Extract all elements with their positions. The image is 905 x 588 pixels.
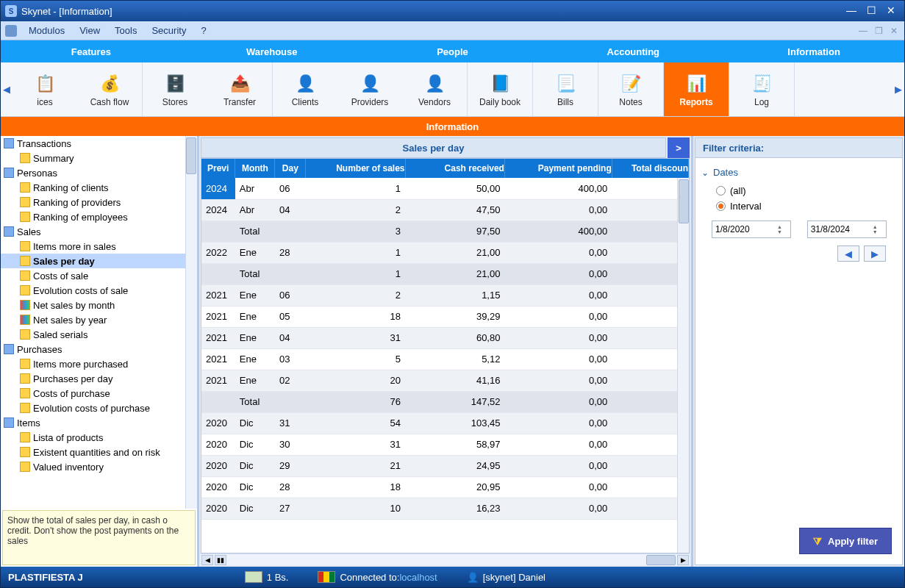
tree-sales[interactable]: Sales: [1, 224, 197, 239]
tree-ranking-of-employees[interactable]: Ranking of employees: [1, 209, 197, 224]
table-row[interactable]: 2024Abr06150,00400,00: [201, 178, 689, 199]
tree-transactions[interactable]: Transactions: [1, 136, 197, 151]
tree-valued-inventory[interactable]: Valued inventory: [1, 459, 197, 474]
user-icon: 👤: [467, 572, 479, 583]
menu-security[interactable]: Security: [144, 22, 193, 39]
notes-icon: 📝: [619, 72, 643, 96]
ribbon-scroll-left[interactable]: ◀: [1, 62, 12, 116]
table-row[interactable]: 2021Ene051839,290,00: [201, 306, 689, 327]
table-row[interactable]: 2021Ene0355,120,00: [201, 348, 689, 370]
ribbon-daily-book[interactable]: 📘Daily book: [468, 62, 532, 116]
tree-items[interactable]: Items: [1, 415, 197, 430]
radio-interval[interactable]: Interval: [716, 201, 896, 212]
mdi-minimize-icon[interactable]: —: [856, 26, 870, 36]
tree-scrollbar[interactable]: [185, 136, 197, 509]
ribbon-notes[interactable]: 📝Notes: [598, 62, 663, 116]
table-row[interactable]: 2021Ene022041,160,00: [201, 370, 689, 391]
col-month[interactable]: Month: [235, 159, 275, 178]
col-payment-pending[interactable]: Payment pending: [504, 159, 612, 178]
tree-personas[interactable]: Personas: [1, 165, 197, 180]
app-menu-icon[interactable]: [5, 25, 17, 37]
date-to-input[interactable]: 31/8/2024▲▼: [807, 220, 887, 238]
ribbon-bills[interactable]: 📃Bills: [533, 62, 598, 116]
table-row[interactable]: 2020Dic271016,230,00: [201, 498, 689, 519]
ribbon-log[interactable]: 🧾Log: [729, 62, 794, 116]
ribbon-reports[interactable]: 📊Reports: [664, 62, 729, 116]
hscroll-left[interactable]: ◀: [201, 555, 213, 565]
table-row[interactable]: Total121,000,00: [201, 263, 689, 284]
tab-accounting[interactable]: Accounting: [543, 40, 723, 62]
ribbon-scroll-right[interactable]: ▶: [893, 62, 904, 116]
ribbon-clients[interactable]: 👤Clients: [273, 62, 337, 116]
ribbon-providers[interactable]: 👤Providers: [337, 62, 402, 116]
table-row[interactable]: 2021Ene0621,150,00: [201, 284, 689, 306]
minimize-button[interactable]: —: [843, 4, 860, 18]
menu-view[interactable]: View: [72, 22, 107, 39]
tree-items-more-in-sales[interactable]: Items more in sales: [1, 239, 197, 254]
table-row[interactable]: 2020Dic3154103,450,00: [201, 412, 689, 434]
tab-information[interactable]: Information: [723, 40, 904, 62]
hscroll-right[interactable]: ▶: [677, 555, 689, 565]
mdi-close-icon[interactable]: ✕: [888, 26, 900, 36]
menu-tools[interactable]: Tools: [107, 22, 144, 39]
ribbon-transfer[interactable]: 📤Transfer: [207, 62, 272, 116]
tree-lista-of-products[interactable]: Lista of products: [1, 430, 197, 445]
transfer-icon: 📤: [228, 72, 251, 96]
col-number-of-sales[interactable]: Number of sales: [306, 159, 405, 178]
table-row[interactable]: Total397,50400,00: [201, 220, 689, 242]
tree-ranking-of-providers[interactable]: Ranking of providers: [1, 195, 197, 209]
mdi-restore-icon[interactable]: ❐: [873, 26, 885, 36]
report-tree[interactable]: TransactionsSummaryPersonasRanking of cl…: [1, 136, 197, 509]
ribbon-vendors[interactable]: 👤Vendors: [402, 62, 467, 116]
col-day[interactable]: Day: [275, 159, 306, 178]
date-from-input[interactable]: 1/8/2020▲▼: [712, 220, 791, 238]
ribbon-cash-flow[interactable]: 💰Cash flow: [77, 62, 142, 116]
stores-icon: 🗄️: [163, 72, 187, 96]
apply-filter-button[interactable]: ⧩Apply filter: [799, 528, 892, 554]
status-conn-host[interactable]: localhost: [399, 572, 437, 583]
tree-net-sales-by-month[interactable]: Net sales by month: [1, 298, 197, 312]
tree-saled-serials[interactable]: Saled serials: [1, 327, 197, 342]
table-row[interactable]: 2024Abr04247,500,00: [201, 199, 689, 220]
col-total-discoun[interactable]: Total discoun: [612, 159, 688, 178]
tree-costs-of-purchase[interactable]: Costs of purchase: [1, 386, 197, 401]
tree-purchases-per-day[interactable]: Purchases per day: [1, 371, 197, 386]
table-row[interactable]: Total76147,520,00: [201, 391, 689, 412]
tree-costs-of-sale[interactable]: Costs of sale: [1, 268, 197, 283]
data-grid[interactable]: PreviMonthDayNumber of salesCash receive…: [201, 159, 689, 520]
radio-all[interactable]: (all): [716, 185, 896, 196]
table-row[interactable]: 2020Dic303158,970,00: [201, 434, 689, 455]
tree-ranking-of-clients[interactable]: Ranking of clients: [1, 180, 197, 195]
tree-purchases[interactable]: Purchases: [1, 342, 197, 356]
grid-vscrollbar[interactable]: [677, 178, 689, 553]
maximize-button[interactable]: ☐: [862, 4, 880, 18]
ribbon-ices[interactable]: 📋ices: [12, 62, 77, 116]
table-row[interactable]: 2021Ene043160,800,00: [201, 327, 689, 348]
col-cash-received[interactable]: Cash received: [405, 159, 504, 178]
table-row[interactable]: 2020Dic281820,950,00: [201, 476, 689, 498]
section-title: Information: [1, 117, 904, 136]
date-next-button[interactable]: ▶: [864, 245, 886, 262]
tree-items-more-purchased[interactable]: Items more purchased: [1, 356, 197, 371]
table-row[interactable]: 2022Ene28121,000,00: [201, 242, 689, 263]
close-button[interactable]: ✕: [882, 4, 900, 18]
tree-evolution-costs-of-purchase[interactable]: Evolution costs of purchase: [1, 401, 197, 415]
menu-[interactable]: ?: [193, 22, 213, 39]
tree-existent-quantities-and-on-risk[interactable]: Existent quantities and on risk: [1, 445, 197, 459]
tree-net-sales-by-year[interactable]: Net sales by year: [1, 312, 197, 327]
tree-summary[interactable]: Summary: [1, 151, 197, 165]
tab-features[interactable]: Features: [1, 40, 182, 62]
col-previ[interactable]: Previ: [201, 159, 235, 178]
tree-evolution-costs-of-sale[interactable]: Evolution costs of sale: [1, 283, 197, 298]
tab-people[interactable]: People: [362, 40, 543, 62]
date-prev-button[interactable]: ◀: [837, 245, 859, 262]
ribbon-stores[interactable]: 🗄️Stores: [143, 62, 207, 116]
table-row[interactable]: 2020Dic292124,950,00: [201, 455, 689, 476]
tab-warehouse[interactable]: Warehouse: [182, 40, 362, 62]
filter-section-dates[interactable]: Dates: [701, 167, 896, 178]
hscroll-pause[interactable]: ▮▮: [215, 555, 226, 565]
menu-modulos[interactable]: Modulos: [21, 22, 72, 39]
grid-collapse-button[interactable]: >: [668, 137, 690, 158]
grid-hscrollbar[interactable]: ◀ ▮▮ ▶: [201, 553, 690, 565]
tree-sales-per-day[interactable]: Sales per day: [1, 254, 197, 268]
